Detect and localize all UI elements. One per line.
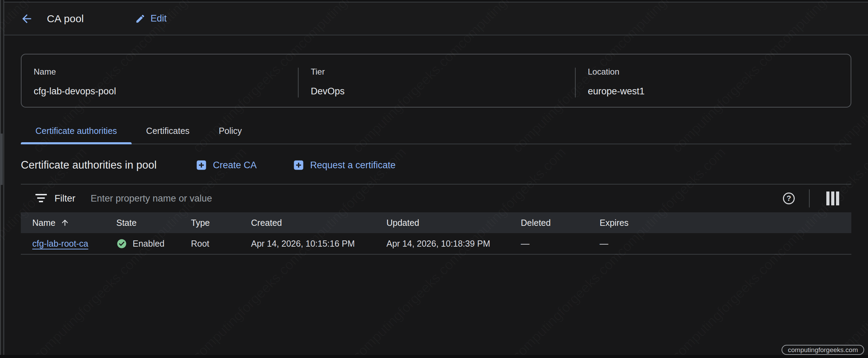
enabled-check-icon — [116, 238, 127, 249]
columns-icon — [831, 191, 834, 205]
tab-certificates-label: Certificates — [146, 126, 190, 136]
page-title: CA pool — [47, 13, 84, 25]
ca-name-link[interactable]: cfg-lab-root-ca — [32, 239, 88, 249]
edit-button[interactable]: Edit — [135, 13, 167, 24]
edit-button-label: Edit — [150, 13, 167, 24]
request-certificate-button[interactable]: Request a certificate — [293, 159, 395, 171]
columns-icon — [826, 191, 829, 205]
left-scrollbar-thumb[interactable] — [0, 134, 3, 185]
section-title: Certificate authorities in pool — [21, 159, 157, 171]
field-name: Name cfg-lab-devops-pool — [22, 67, 298, 97]
create-ca-button[interactable]: Create CA — [195, 159, 257, 171]
field-name-label: Name — [34, 67, 298, 77]
filter-help-button[interactable]: ? — [781, 191, 796, 206]
column-header-state[interactable]: State — [116, 218, 191, 228]
bottom-window-edge — [0, 355, 868, 358]
tab-certificate-authorities[interactable]: Certificate authorities — [21, 126, 132, 144]
column-header-type[interactable]: Type — [191, 218, 251, 228]
add-box-icon — [293, 159, 304, 171]
tab-certificate-authorities-label: Certificate authorities — [35, 126, 117, 136]
column-header-expires[interactable]: Expires — [600, 218, 851, 228]
field-location: Location europe-west1 — [576, 67, 851, 97]
table-row: cfg-lab-root-ca Enabled Root Apr 14, 202… — [21, 233, 851, 255]
field-tier-value: DevOps — [311, 86, 575, 97]
back-button[interactable] — [19, 11, 34, 26]
pencil-icon — [135, 14, 145, 24]
section-header-row: Certificate authorities in pool Create C… — [21, 155, 851, 175]
request-certificate-button-label: Request a certificate — [310, 160, 395, 171]
help-icon: ? — [783, 193, 795, 204]
column-header-updated[interactable]: Updated — [386, 218, 521, 228]
column-header-name-label: Name — [32, 218, 56, 228]
column-header-created[interactable]: Created — [251, 218, 386, 228]
field-location-label: Location — [588, 67, 851, 77]
filter-icon — [35, 194, 47, 203]
create-ca-button-label: Create CA — [213, 160, 257, 171]
field-location-value: europe-west1 — [588, 86, 851, 97]
watermark-badge: computingforgeeks.com — [782, 345, 864, 355]
column-header-name[interactable]: Name — [21, 218, 116, 228]
field-name-value: cfg-lab-devops-pool — [34, 86, 298, 97]
filter-input[interactable]: Filter Enter property name or value — [21, 193, 781, 204]
tab-policy[interactable]: Policy — [204, 126, 257, 144]
sort-ascending-icon — [60, 218, 69, 227]
cell-state: Enabled — [116, 238, 191, 249]
cell-updated: Apr 14, 2026, 10:18:39 PM — [386, 239, 521, 249]
cell-type: Root — [191, 239, 251, 249]
column-header-deleted[interactable]: Deleted — [521, 218, 600, 228]
page-header: CA pool Edit — [4, 2, 868, 35]
tab-certificates[interactable]: Certificates — [132, 126, 204, 144]
ca-pool-page: CA pool Edit Name cfg-lab-devops-pool Ti… — [0, 0, 868, 358]
column-display-options-button[interactable] — [824, 189, 842, 207]
active-tab-underline — [21, 142, 132, 144]
left-panel-edge — [0, 0, 4, 358]
cell-expires: — — [600, 239, 851, 249]
field-tier: Tier DevOps — [299, 67, 575, 97]
columns-icon — [836, 191, 839, 205]
top-window-edge — [4, 0, 868, 2]
main-area: CA pool Edit Name cfg-lab-devops-pool Ti… — [4, 0, 868, 358]
cell-deleted: — — [521, 239, 600, 249]
cell-created: Apr 14, 2026, 10:15:16 PM — [251, 239, 386, 249]
ca-table: Name State Type Created Updated Deleted … — [21, 212, 851, 255]
content: Name cfg-lab-devops-pool Tier DevOps Loc… — [4, 54, 868, 255]
filter-label: Filter — [55, 193, 75, 204]
tab-bar: Certificate authorities Certificates Pol… — [21, 121, 851, 144]
table-header-row: Name State Type Created Updated Deleted … — [21, 212, 851, 233]
filter-bar: Filter Enter property name or value ? — [21, 185, 851, 212]
filter-toolbar-divider — [809, 189, 810, 207]
cell-name: cfg-lab-root-ca — [21, 239, 116, 249]
tab-policy-label: Policy — [219, 126, 242, 136]
add-box-icon — [195, 159, 207, 171]
filter-placeholder: Enter property name or value — [91, 193, 212, 204]
pool-summary-card: Name cfg-lab-devops-pool Tier DevOps Loc… — [21, 54, 851, 108]
state-label: Enabled — [133, 239, 165, 249]
arrow-back-icon — [20, 12, 33, 25]
field-tier-label: Tier — [311, 67, 575, 77]
